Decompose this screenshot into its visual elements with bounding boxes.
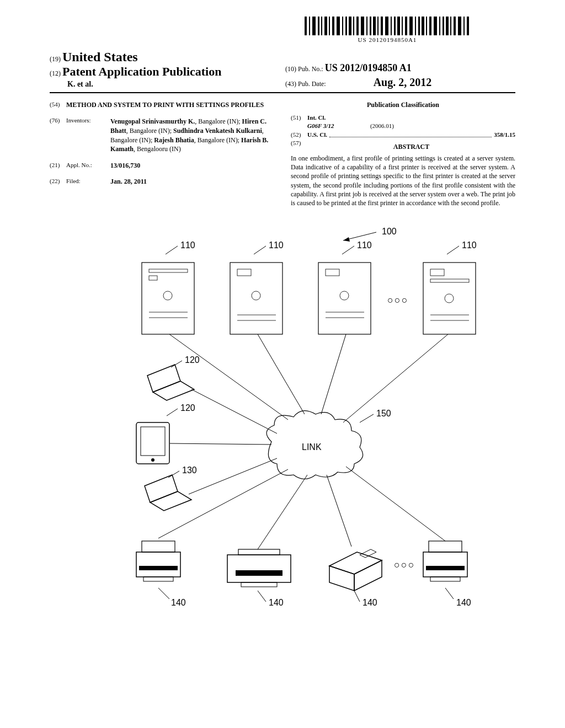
title-row: (54) METHOD AND SYSTEM TO PRINT WITH SET… (50, 101, 274, 109)
svg-rect-27 (415, 17, 416, 35)
appl-label: Appl. No.: (66, 162, 110, 170)
svg-rect-36 (450, 17, 451, 35)
svg-rect-23 (397, 17, 400, 35)
svg-rect-10 (345, 17, 347, 35)
left-column: (54) METHOD AND SYSTEM TO PRINT WITH SET… (50, 101, 274, 207)
svg-line-82 (189, 458, 277, 494)
svg-rect-45 (149, 276, 157, 280)
figure-area: LINK (84, 224, 481, 627)
ref-140-3: 140 (363, 598, 377, 608)
svg-rect-7 (332, 17, 334, 35)
svg-line-68 (447, 246, 459, 254)
svg-line-55 (254, 246, 266, 254)
uscl-value: 358/1.15 (494, 131, 515, 139)
svg-rect-26 (409, 17, 413, 35)
barcode-area: US 20120194850A1 (50, 17, 515, 44)
svg-rect-0 (305, 17, 307, 35)
abstract-text: In one embodiment, a first profile of pr… (291, 154, 515, 207)
server-3 (318, 246, 371, 334)
svg-line-91 (158, 588, 169, 599)
svg-rect-94 (236, 570, 282, 576)
svg-rect-62 (423, 263, 476, 334)
svg-rect-63 (430, 269, 444, 276)
svg-point-72 (151, 458, 154, 462)
svg-line-79 (343, 334, 448, 422)
barcode-svg (305, 17, 470, 35)
laptop-1 (147, 361, 194, 400)
appl-value: 13/016,730 (110, 162, 274, 170)
svg-rect-70 (136, 422, 169, 464)
svg-marker-42 (343, 237, 350, 242)
svg-rect-6 (329, 17, 330, 35)
svg-rect-19 (381, 17, 383, 35)
uscl-row: (52) U.S. Cl. 358/1.15 (291, 131, 515, 139)
intcl-row: (51) Int. Cl. G06F 3/12 (2006.01) (291, 114, 515, 131)
svg-rect-4 (321, 17, 322, 35)
svg-line-74 (168, 471, 179, 478)
svg-rect-92 (227, 555, 291, 582)
ref-120-2: 120 (180, 403, 195, 413)
svg-rect-98 (423, 552, 467, 577)
svg-rect-28 (418, 17, 420, 35)
uscl-code: (52) (291, 131, 307, 139)
svg-rect-71 (141, 427, 165, 456)
svg-line-49 (166, 246, 178, 254)
svg-rect-29 (422, 17, 424, 35)
classification-heading: Publication Classification (291, 101, 515, 109)
svg-point-65 (445, 294, 454, 303)
svg-rect-43 (142, 263, 194, 334)
barcode: US 20120194850A1 (305, 17, 470, 43)
server-2 (230, 246, 282, 334)
svg-rect-93 (238, 549, 280, 555)
svg-rect-101 (430, 577, 460, 581)
svg-rect-1 (309, 17, 310, 35)
uscl-body: U.S. Cl. 358/1.15 (307, 131, 515, 139)
svg-line-73 (167, 409, 178, 416)
ellipsis-printers: ○○○ (394, 559, 415, 571)
svg-rect-12 (353, 17, 354, 35)
ref-110-1: 110 (180, 240, 195, 250)
laptop-2 (145, 471, 191, 511)
svg-rect-51 (237, 269, 251, 276)
pub-date-line: (43) Pub. Date: Aug. 2, 2012 (285, 76, 515, 89)
intcl-class: G06F 3/12 (307, 122, 334, 129)
intcl-body: Int. Cl. G06F 3/12 (2006.01) (307, 114, 515, 131)
svg-rect-17 (373, 17, 376, 35)
printer-4 (423, 541, 467, 599)
ref-120-1: 120 (185, 355, 200, 365)
svg-point-46 (163, 291, 172, 300)
pub-type: Patent Application Publication (62, 65, 221, 78)
inventors-value: Venugopal Srinivasmurthy K., Bangalore (… (110, 117, 274, 154)
server-4 (423, 246, 476, 334)
inventors-code: (76) (50, 117, 66, 154)
svg-line-77 (258, 334, 305, 414)
svg-rect-15 (366, 17, 367, 35)
cloud-link: LINK (266, 411, 374, 479)
svg-rect-34 (443, 17, 444, 35)
printer-2 (227, 549, 291, 602)
svg-rect-25 (405, 17, 407, 35)
abstract-code: (57) (291, 139, 307, 154)
link-text: LINK (302, 442, 322, 452)
svg-rect-21 (391, 17, 392, 35)
svg-line-83 (158, 469, 288, 538)
printer-1 (136, 541, 180, 599)
ref-110-3: 110 (357, 240, 372, 250)
abstract-heading: ABSTRACT (307, 142, 515, 152)
abstract-row: (57) ABSTRACT (291, 139, 515, 154)
svg-rect-14 (361, 17, 364, 35)
svg-line-78 (321, 334, 346, 414)
ref-140-2: 140 (269, 598, 284, 608)
svg-rect-32 (434, 17, 437, 35)
header-right: (10) Pub. No.: US 2012/0194850 A1 (43) P… (280, 62, 515, 89)
svg-line-80 (191, 389, 277, 433)
ref-130: 130 (182, 465, 197, 475)
svg-line-81 (170, 443, 271, 445)
abstract-body: ABSTRACT (307, 139, 515, 154)
pub-no-label: Pub. No.: (298, 65, 323, 73)
filed-value: Jan. 28, 2011 (110, 178, 274, 186)
svg-rect-57 (326, 269, 339, 276)
svg-rect-31 (429, 17, 431, 35)
ellipsis-servers: ○○○ (387, 295, 409, 306)
svg-rect-56 (318, 263, 371, 334)
